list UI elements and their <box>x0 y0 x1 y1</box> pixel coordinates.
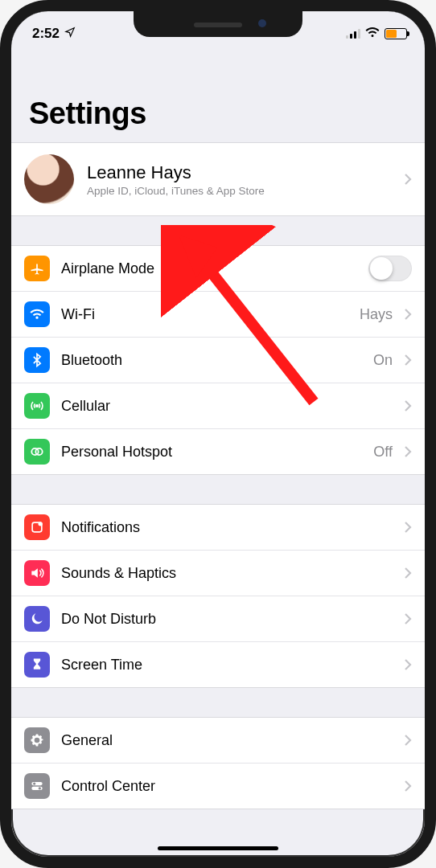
row-label: Do Not Disturb <box>61 611 393 628</box>
wifi-icon <box>24 301 50 327</box>
hotspot-icon <box>24 439 50 465</box>
phone-frame: 2:52 Settings Leanne Hays Apple ID, iClo… <box>0 0 436 868</box>
profile-row[interactable]: Leanne Hays Apple ID, iCloud, iTunes & A… <box>11 143 425 215</box>
row-notifications[interactable]: Notifications <box>11 505 425 550</box>
wifi-icon <box>365 26 380 42</box>
status-time: 2:52 <box>32 26 60 42</box>
row-label: Notifications <box>61 519 393 536</box>
chevron-right-icon <box>404 445 412 458</box>
bluetooth-icon <box>24 347 50 373</box>
row-value: Hays <box>360 306 393 323</box>
chevron-right-icon <box>404 780 412 792</box>
row-dnd[interactable]: Do Not Disturb <box>11 596 425 641</box>
svg-point-4 <box>39 522 43 526</box>
cell-signal-icon <box>346 29 360 39</box>
group-connectivity: Airplane Mode Wi-Fi Hays Bluetooth On Ce… <box>11 245 425 475</box>
toggles-icon <box>24 773 50 799</box>
airplane-toggle[interactable] <box>368 256 412 281</box>
profile-subtitle: Apple ID, iCloud, iTunes & App Store <box>87 185 391 197</box>
battery-icon <box>385 28 407 39</box>
chevron-right-icon <box>404 354 412 366</box>
notch <box>134 11 302 37</box>
row-label: Control Center <box>61 778 393 795</box>
moon-icon <box>24 606 50 632</box>
home-indicator[interactable] <box>158 846 278 850</box>
row-hotspot[interactable]: Personal Hotspot Off <box>11 428 425 474</box>
row-value: On <box>373 352 393 369</box>
row-label: General <box>61 732 393 749</box>
avatar <box>24 154 74 204</box>
page-title: Settings <box>11 48 425 142</box>
row-value: Off <box>373 444 393 461</box>
row-general[interactable]: General <box>11 718 425 763</box>
notifications-icon <box>24 514 50 540</box>
row-label: Cellular <box>61 398 393 415</box>
hourglass-icon <box>24 652 50 678</box>
chevron-right-icon <box>404 734 412 747</box>
row-wifi[interactable]: Wi-Fi Hays <box>11 291 425 337</box>
chevron-right-icon <box>404 173 412 186</box>
row-screen-time[interactable]: Screen Time <box>11 641 425 687</box>
group-general: General Control Center <box>11 717 425 809</box>
row-sounds[interactable]: Sounds & Haptics <box>11 550 425 596</box>
location-icon <box>64 26 76 42</box>
row-label: Sounds & Haptics <box>61 565 393 582</box>
svg-point-7 <box>33 782 35 784</box>
row-label: Personal Hotspot <box>61 444 362 461</box>
chevron-right-icon <box>404 567 412 579</box>
airplane-icon <box>24 256 50 281</box>
cellular-icon <box>24 393 50 419</box>
row-label: Bluetooth <box>61 352 362 369</box>
row-cellular[interactable]: Cellular <box>11 383 425 428</box>
chevron-right-icon <box>404 612 412 625</box>
row-control-center[interactable]: Control Center <box>11 763 425 809</box>
chevron-right-icon <box>404 308 412 321</box>
svg-point-8 <box>39 787 41 789</box>
row-label: Airplane Mode <box>61 260 357 277</box>
speaker-icon <box>24 560 50 586</box>
chevron-right-icon <box>404 399 412 412</box>
row-label: Screen Time <box>61 657 393 674</box>
row-bluetooth[interactable]: Bluetooth On <box>11 337 425 383</box>
gear-icon <box>24 727 50 753</box>
row-airplane-mode[interactable]: Airplane Mode <box>11 246 425 291</box>
row-label: Wi-Fi <box>61 306 348 323</box>
group-notifications: Notifications Sounds & Haptics Do Not Di… <box>11 504 425 688</box>
svg-point-0 <box>36 405 38 407</box>
chevron-right-icon <box>404 521 412 534</box>
chevron-right-icon <box>404 658 412 671</box>
profile-name: Leanne Hays <box>87 162 391 183</box>
